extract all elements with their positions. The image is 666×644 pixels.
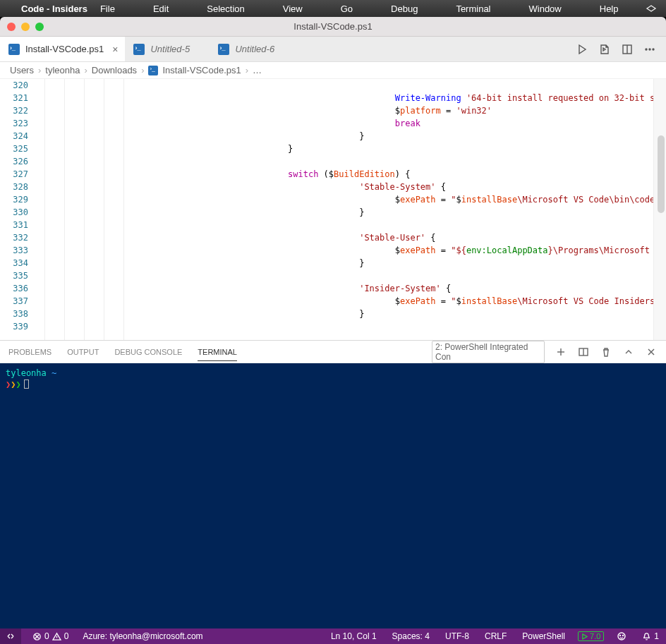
azure-status[interactable]: Azure: tyleonha@microsoft.com <box>80 631 205 641</box>
window-title: Install-VSCode.ps1 <box>0 21 666 32</box>
powershell-file-icon <box>218 44 229 55</box>
warning-count: 0 <box>64 631 69 641</box>
maximize-panel-icon[interactable] <box>622 346 635 358</box>
eol-status[interactable]: CRLF <box>482 631 509 641</box>
terminal-user: tyleonha <box>6 368 47 378</box>
tab-label: Install-VSCode.ps1 <box>25 44 104 54</box>
encoding-status[interactable]: UTF-8 <box>442 631 472 641</box>
editor-scrollbar[interactable] <box>658 135 665 213</box>
breadcrumb[interactable]: Users›tyleonha›Downloads› Install-VSCode… <box>0 62 666 79</box>
error-count: 0 <box>44 631 49 641</box>
mac-menu-edit[interactable]: Edit <box>153 4 169 14</box>
svg-point-4 <box>653 49 654 50</box>
indent-status[interactable]: Spaces: 4 <box>389 631 432 641</box>
breadcrumb-segment[interactable]: Downloads <box>92 65 137 75</box>
svg-point-17 <box>623 636 624 636</box>
mac-menu-selection[interactable]: Selection <box>207 4 244 14</box>
powershell-file-icon <box>148 66 158 75</box>
remote-indicator[interactable] <box>0 628 21 644</box>
bottom-panel: PROBLEMSOUTPUTDEBUG CONSOLETERMINAL 2: P… <box>0 340 666 628</box>
svg-point-16 <box>620 636 621 636</box>
editor-tab[interactable]: Install-VSCode.ps1 × <box>0 37 125 61</box>
window-titlebar: Install-VSCode.ps1 <box>0 17 666 37</box>
mac-menu-window[interactable]: Window <box>529 4 562 14</box>
mac-menu-help[interactable]: Help <box>600 4 619 14</box>
editor-tab[interactable]: Untitled-6 <box>210 37 294 61</box>
problems-status[interactable]: 0 0 <box>30 631 71 641</box>
close-panel-icon[interactable] <box>645 346 658 358</box>
powershell-version-status[interactable]: 7.0 <box>578 631 604 641</box>
editor-tab[interactable]: Untitled-5 <box>125 37 210 61</box>
breadcrumb-symbol[interactable]: … <box>253 65 262 75</box>
terminal-path: ~ <box>52 368 56 378</box>
panel-tab-terminal[interactable]: TERMINAL <box>198 348 237 361</box>
breadcrumb-segment[interactable]: Users <box>10 65 34 75</box>
editor-tab-bar: Install-VSCode.ps1 × Untitled-5 Untitled… <box>0 37 666 62</box>
editor[interactable]: 320 321 322 323 324 325 326 327 328 329 … <box>0 79 666 340</box>
mac-menu-terminal[interactable]: Terminal <box>456 4 490 14</box>
cursor-position[interactable]: Ln 10, Col 1 <box>328 631 380 641</box>
status-bar: 0 0 Azure: tyleonha@microsoft.com Ln 10,… <box>0 628 666 644</box>
panel-tab-output[interactable]: OUTPUT <box>67 348 99 356</box>
line-number-gutter: 320 321 322 323 324 325 326 327 328 329 … <box>0 79 38 340</box>
more-actions-icon[interactable] <box>643 43 656 56</box>
menubar-extra-icon[interactable] <box>645 2 658 15</box>
mac-menu-debug[interactable]: Debug <box>391 4 418 14</box>
panel-tab-bar: PROBLEMSOUTPUTDEBUG CONSOLETERMINAL 2: P… <box>0 341 666 363</box>
terminal[interactable]: tyleonha ~ ❯❯❯ <box>0 363 666 628</box>
new-terminal-icon[interactable] <box>555 346 567 358</box>
run-selection-icon[interactable] <box>598 43 611 56</box>
breadcrumb-segment[interactable]: tyleonha <box>45 65 80 75</box>
panel-tab-problems[interactable]: PROBLEMS <box>8 348 52 356</box>
tab-label: Untitled-5 <box>150 44 190 54</box>
notifications-status[interactable]: 1 <box>639 631 662 641</box>
mac-menu-go[interactable]: Go <box>341 4 353 14</box>
svg-point-15 <box>618 633 625 640</box>
mac-menu-file[interactable]: File <box>100 4 115 14</box>
terminal-cursor <box>24 379 29 389</box>
tab-label: Untitled-6 <box>235 44 274 54</box>
breadcrumb-file[interactable]: Install-VSCode.ps1 <box>162 65 241 75</box>
svg-point-2 <box>646 49 647 50</box>
kill-terminal-icon[interactable] <box>600 346 612 358</box>
svg-point-3 <box>649 49 650 50</box>
mac-menu-view[interactable]: View <box>283 4 303 14</box>
terminal-selector-dropdown[interactable]: 2: PowerShell Integrated Con <box>432 341 545 363</box>
powershell-file-icon <box>133 44 145 55</box>
feedback-icon[interactable] <box>614 631 629 641</box>
app-name[interactable]: Code - Insiders <box>21 4 87 14</box>
run-icon[interactable] <box>576 43 588 56</box>
macos-menubar: Code - Insiders FileEditSelectionViewGoD… <box>0 0 666 17</box>
split-terminal-icon[interactable] <box>577 346 590 358</box>
panel-tab-debug-console[interactable]: DEBUG CONSOLE <box>114 348 182 356</box>
split-editor-icon[interactable] <box>621 43 634 56</box>
close-tab-icon[interactable]: × <box>112 44 118 55</box>
powershell-file-icon <box>8 44 20 55</box>
language-mode[interactable]: PowerShell <box>519 631 568 641</box>
